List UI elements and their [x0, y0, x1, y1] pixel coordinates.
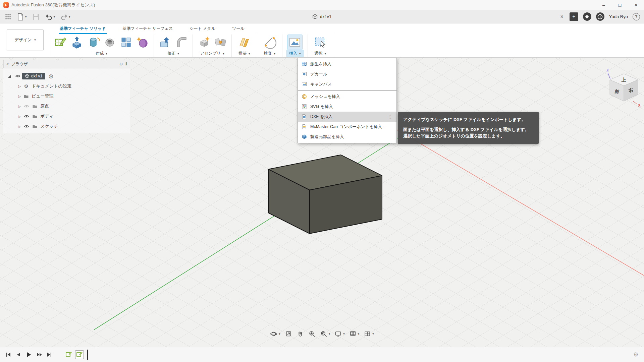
menu-item-insert-supplier-part[interactable]: 製造元部品を挿入: [298, 132, 396, 142]
component-cube-icon: [25, 74, 29, 78]
fillet-icon[interactable]: [174, 35, 189, 50]
workspace-selector[interactable]: デザイン ▾: [7, 29, 44, 50]
construct-dropdown[interactable]: 構築▾: [235, 50, 253, 57]
tab-tools[interactable]: ツール: [231, 24, 245, 34]
browser-header: « ブラウザ ⊖ ‖: [3, 60, 130, 68]
root-component-badge[interactable]: dxf v1: [22, 73, 45, 79]
modify-dropdown[interactable]: 修正▾: [164, 50, 182, 57]
app-title: Autodesk Fusion 360(教育機関ライセンス): [11, 2, 95, 8]
menu-item-insert-dxf[interactable]: DXF を挿入 ⋮: [298, 112, 396, 122]
canvas-icon: [301, 81, 307, 87]
expand-root-icon[interactable]: [8, 75, 11, 78]
look-at-icon[interactable]: [285, 330, 292, 338]
menu-item-insert-svg[interactable]: SVG を挿入: [298, 102, 396, 112]
extrude-icon[interactable]: [69, 35, 84, 50]
document-tab[interactable]: dxf v1: [307, 10, 337, 23]
measure-icon[interactable]: [262, 35, 277, 50]
select-icon[interactable]: [313, 35, 328, 50]
insert-canvas-icon[interactable]: [287, 35, 302, 50]
panel-grip-icon[interactable]: ‖: [125, 62, 127, 66]
undo-button[interactable]: ▾: [44, 12, 57, 22]
redo-button[interactable]: ▾: [59, 12, 72, 22]
create-dropdown[interactable]: 作成▾: [93, 50, 110, 57]
tree-root-row[interactable]: dxf v1 ◎: [3, 71, 130, 81]
new-component-icon[interactable]: [197, 35, 211, 50]
timeline-settings-gear-icon[interactable]: ⚙: [633, 351, 639, 358]
eye-off-icon[interactable]: [22, 104, 31, 109]
inspect-dropdown[interactable]: 検査▾: [261, 50, 279, 57]
fit-icon[interactable]: ▾: [320, 330, 330, 338]
menu-item-insert-mcmaster[interactable]: McMaster-Carr コンポーネントを挿入: [298, 122, 396, 132]
collapse-panel-icon[interactable]: «: [6, 62, 9, 66]
fusion-logo-icon: F: [3, 2, 9, 8]
eye-icon[interactable]: [22, 124, 31, 129]
view-cube[interactable]: Z 上 前 右 X: [600, 66, 644, 113]
activate-component-icon[interactable]: ◎: [49, 73, 53, 79]
play-icon[interactable]: [25, 351, 32, 358]
construct-plane-icon[interactable]: [237, 35, 252, 50]
timeline-position-marker[interactable]: [87, 350, 88, 360]
user-account-button[interactable]: Yada Ryo: [609, 14, 628, 19]
zoom-icon[interactable]: [308, 330, 316, 338]
tree-row-document-settings[interactable]: ▷ ⚙ ドキュメントの設定: [3, 81, 130, 91]
assemble-dropdown[interactable]: アセンブリ▾: [197, 50, 227, 57]
close-window-icon[interactable]: ×: [628, 0, 644, 10]
insert-dropdown[interactable]: 挿入▾: [286, 50, 304, 57]
skip-start-icon[interactable]: [5, 352, 11, 358]
document-cube-icon: [313, 14, 318, 19]
skip-end-icon[interactable]: [46, 352, 52, 358]
tab-solid[interactable]: 基準フィーチャ ソリッド: [59, 24, 107, 34]
eye-icon[interactable]: [22, 114, 31, 119]
tab-sheet-metal[interactable]: シート メタル: [189, 24, 216, 34]
viewports-icon[interactable]: ▾: [364, 330, 374, 338]
tab-surface[interactable]: 基準フィーチャ サーフェス: [122, 24, 174, 34]
group-insert: 挿入▾: [282, 35, 308, 57]
expander-icon[interactable]: ▷: [17, 115, 22, 118]
kebab-menu-icon[interactable]: ⋮: [387, 114, 393, 119]
menu-item-decal[interactable]: デカール: [298, 69, 396, 79]
file-menu-button[interactable]: ▾: [15, 12, 28, 22]
select-dropdown[interactable]: 選択▾: [312, 50, 329, 57]
tooltip-line-1: アクティブなスケッチに DXF ファイルをインポートします。: [403, 116, 533, 123]
pattern-icon[interactable]: [119, 35, 133, 50]
expander-icon[interactable]: ▷: [17, 95, 22, 98]
pan-icon[interactable]: [297, 330, 304, 338]
menu-item-insert-mes h[interactable]: メッシュを挿入: [298, 92, 396, 102]
display-settings-icon[interactable]: ▾: [334, 330, 345, 338]
job-status-clock-icon[interactable]: [596, 12, 604, 21]
tree-row-sketches[interactable]: ▷ スケッチ: [3, 121, 130, 131]
expander-icon[interactable]: ▷: [17, 105, 22, 108]
maximize-icon[interactable]: □: [612, 0, 628, 10]
tree-row-bodies[interactable]: ▷ ボディ: [3, 111, 130, 121]
tree-row-origin[interactable]: ▷ 原点: [3, 101, 130, 111]
joint-icon[interactable]: [213, 35, 228, 50]
sketch-feature-icon[interactable]: [64, 350, 73, 359]
expander-icon[interactable]: ▷: [17, 84, 22, 88]
minimize-icon[interactable]: –: [596, 0, 612, 10]
fast-forward-icon[interactable]: [36, 352, 42, 358]
hole-icon[interactable]: [102, 35, 117, 50]
revolve-icon[interactable]: [86, 35, 101, 50]
mesh-icon: [301, 94, 307, 99]
grid-settings-icon[interactable]: ▾: [349, 330, 360, 338]
create-sketch-icon[interactable]: [53, 35, 68, 50]
group-construct: 構築▾: [232, 35, 257, 57]
save-icon[interactable]: [31, 12, 41, 22]
remove-circle-icon[interactable]: ⊖: [119, 62, 123, 66]
app-grid-menu-icon[interactable]: [3, 12, 13, 21]
step-back-icon[interactable]: [15, 352, 21, 358]
menu-item-insert-derive[interactable]: 派生を挿入: [298, 59, 396, 69]
menu-item-canvas[interactable]: キャンバス: [298, 79, 396, 89]
expander-icon[interactable]: ▷: [17, 125, 22, 128]
eye-icon[interactable]: [13, 73, 22, 79]
file-icon: [16, 13, 24, 21]
orbit-icon[interactable]: ▾: [270, 330, 280, 338]
sketch-feature-icon[interactable]: [75, 350, 84, 359]
new-document-button[interactable]: +: [570, 12, 578, 21]
tree-row-view-management[interactable]: ▷ ビュー管理: [3, 91, 130, 101]
extensions-icon[interactable]: [583, 12, 591, 21]
form-icon[interactable]: [135, 35, 150, 50]
help-icon[interactable]: ?: [633, 13, 640, 20]
press-pull-icon[interactable]: [158, 35, 172, 50]
close-document-icon[interactable]: ×: [559, 14, 565, 20]
